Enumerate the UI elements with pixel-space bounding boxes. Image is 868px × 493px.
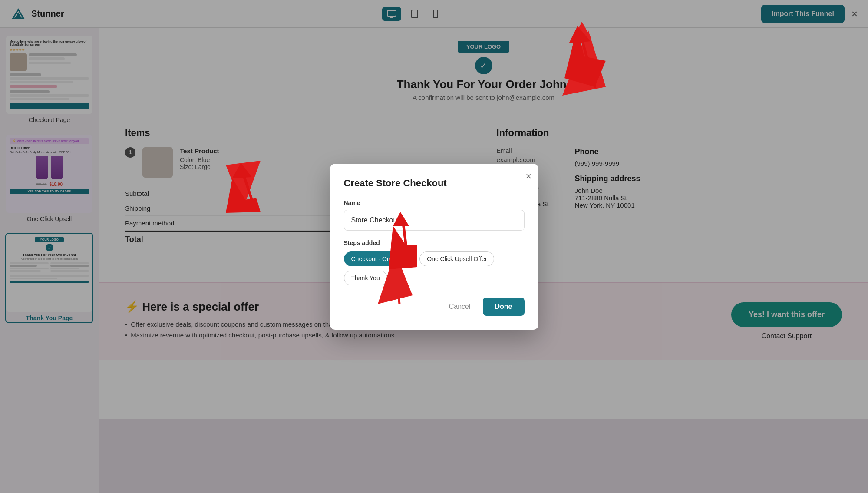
modal-title: Create Store Checkout	[344, 178, 525, 189]
modal-steps-label: Steps added	[344, 239, 525, 246]
svg-marker-14	[226, 161, 261, 208]
modal-overlay: Create Store Checkout × Name Steps added…	[0, 0, 868, 493]
svg-marker-11	[562, 30, 606, 96]
modal-actions: Cancel Done	[344, 298, 525, 316]
modal-steps: Checkout - One Step One Click Upsell Off…	[344, 251, 525, 285]
svg-marker-10	[573, 22, 591, 39]
step-thankyou[interactable]: Thank You	[344, 271, 387, 285]
modal-name-input[interactable]	[344, 210, 525, 231]
step-upsell[interactable]: One Click Upsell Offer	[419, 251, 494, 266]
modal-name-label: Name	[344, 199, 525, 206]
svg-line-15	[241, 165, 243, 208]
cancel-button[interactable]: Cancel	[442, 298, 478, 316]
create-checkout-modal: Create Store Checkout × Name Steps added…	[330, 164, 538, 330]
svg-line-9	[582, 35, 591, 78]
modal-close-button[interactable]: ×	[526, 171, 531, 182]
step-checkout[interactable]: Checkout - One Step	[344, 251, 416, 266]
done-button[interactable]: Done	[483, 298, 525, 316]
